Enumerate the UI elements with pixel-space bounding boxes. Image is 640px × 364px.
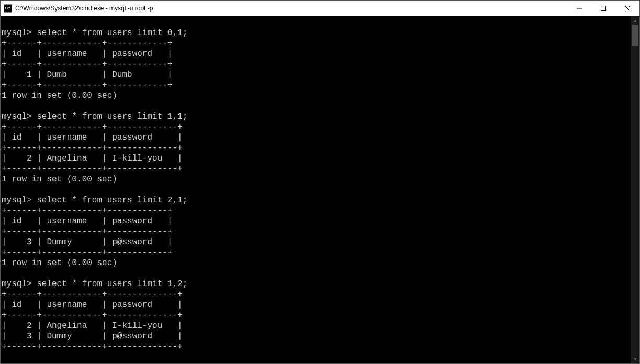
minimize-button[interactable] [567, 1, 591, 16]
scroll-up-arrow[interactable] [631, 16, 639, 25]
window-title: C:\Windows\System32\cmd.exe - mysql -u r… [15, 5, 567, 12]
svg-marker-5 [634, 358, 637, 360]
close-button[interactable] [615, 1, 639, 16]
svg-rect-1 [601, 6, 606, 10]
scroll-down-arrow[interactable] [631, 355, 639, 363]
scrollbar-thumb[interactable] [632, 25, 638, 46]
window-controls [567, 1, 639, 16]
terminal-output[interactable]: mysql> select * from users limit 0,1; +-… [1, 16, 631, 363]
maximize-button[interactable] [591, 1, 615, 16]
cmd-icon: C:\ [4, 4, 12, 13]
window-titlebar: C:\ C:\Windows\System32\cmd.exe - mysql … [1, 1, 639, 16]
svg-marker-4 [634, 20, 637, 22]
vertical-scrollbar[interactable] [631, 16, 639, 363]
